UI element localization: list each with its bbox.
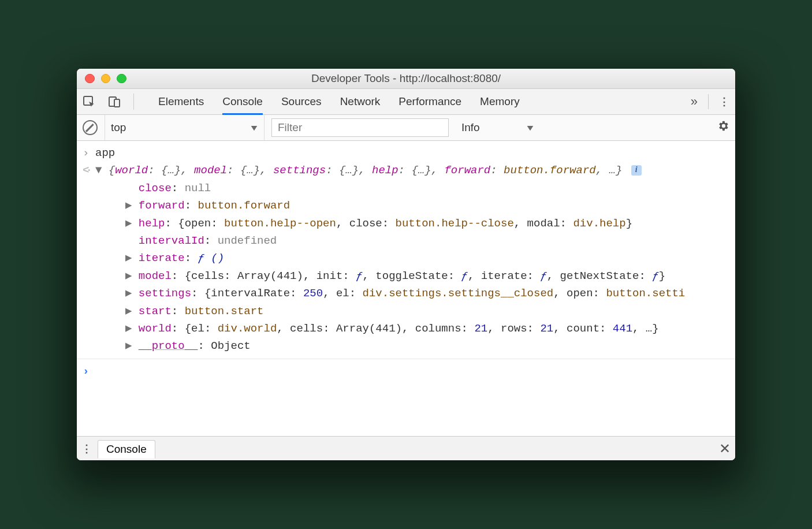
drawer-menu-icon[interactable]: ⋮ xyxy=(81,442,92,455)
dropdown-icon: ▼ xyxy=(525,123,535,132)
close-drawer-icon[interactable]: ✕ xyxy=(719,441,731,457)
level-value: Info xyxy=(461,121,480,134)
console-settings-icon[interactable] xyxy=(717,120,729,136)
toolbar: Elements Console Sources Network Perform… xyxy=(77,89,735,115)
drawer-tab-console[interactable]: Console xyxy=(98,440,155,459)
titlebar: Developer Tools - http://localhost:8080/ xyxy=(77,69,735,89)
console-output-row: <· ▼ {world: {…}, model: {…}, settings: … xyxy=(83,162,729,179)
prompt-chevron-icon: › xyxy=(83,363,91,380)
tab-performance[interactable]: Performance xyxy=(398,89,461,114)
tab-elements[interactable]: Elements xyxy=(158,89,204,114)
console-prompt[interactable] xyxy=(95,363,102,380)
traffic-lights xyxy=(85,74,126,84)
object-tree[interactable]: close: null ▶ forward: button.forward ▶ … xyxy=(83,180,729,355)
more-tabs-icon[interactable]: » xyxy=(691,94,698,109)
input-chevron-icon: › xyxy=(83,144,91,162)
context-value: top xyxy=(111,121,126,134)
info-badge-icon[interactable]: i xyxy=(631,165,642,176)
devtools-window: Developer Tools - http://localhost:8080/… xyxy=(77,69,735,460)
panel-tabs: Elements Console Sources Network Perform… xyxy=(158,89,520,114)
drawer-bar: ⋮ Console ✕ xyxy=(77,436,735,460)
divider xyxy=(77,359,735,359)
console-prompt-row[interactable]: › xyxy=(83,363,729,380)
console-filter-bar: top ▼ Info ▼ xyxy=(77,115,735,141)
object-summary[interactable]: ▼ {world: {…}, model: {…}, settings: {…}… xyxy=(95,162,642,179)
inspect-element-icon[interactable] xyxy=(83,95,95,108)
log-level-selector[interactable]: Info ▼ xyxy=(461,121,534,134)
context-selector[interactable]: top ▼ xyxy=(105,114,265,141)
svg-rect-2 xyxy=(114,99,120,107)
minimize-window-button[interactable] xyxy=(101,74,111,84)
console-input-row: › app xyxy=(83,144,729,162)
tab-network[interactable]: Network xyxy=(340,89,381,114)
clear-console-icon[interactable] xyxy=(83,120,98,135)
settings-menu-icon[interactable]: ⋮ xyxy=(719,95,729,108)
separator xyxy=(708,94,709,109)
zoom-window-button[interactable] xyxy=(117,74,126,84)
dropdown-icon: ▼ xyxy=(249,123,259,132)
tab-memory[interactable]: Memory xyxy=(480,89,520,114)
tab-sources[interactable]: Sources xyxy=(281,89,322,114)
filter-input[interactable] xyxy=(271,118,449,137)
close-window-button[interactable] xyxy=(85,74,95,84)
window-title: Developer Tools - http://localhost:8080/ xyxy=(77,72,735,85)
device-toggle-icon[interactable] xyxy=(108,95,121,108)
console-body[interactable]: › app <· ▼ {world: {…}, model: {…}, sett… xyxy=(77,141,735,436)
tab-console[interactable]: Console xyxy=(222,89,263,114)
output-chevron-icon: <· xyxy=(83,162,91,179)
console-input: app xyxy=(95,144,115,162)
